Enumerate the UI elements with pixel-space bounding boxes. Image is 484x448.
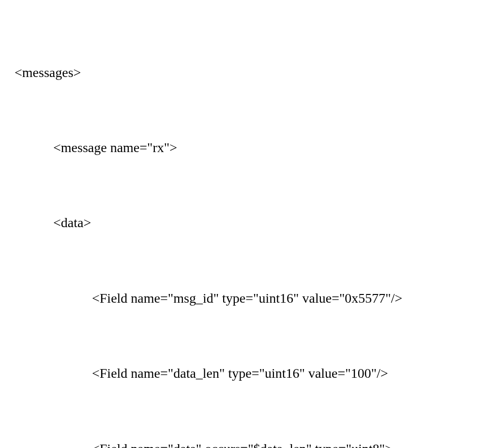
code-line: <Field name="data" occurs="$data_len" ty… <box>15 436 469 448</box>
code-line: <message name="rx"> <box>15 135 469 160</box>
xml-code-block: <messages> <message name="rx"> <data> <F… <box>15 10 469 448</box>
code-line: <Field name="data_len" type="uint16" val… <box>15 361 469 386</box>
code-line: <data> <box>15 210 469 235</box>
code-line: <Field name="msg_id" type="uint16" value… <box>15 286 469 311</box>
code-line: <messages> <box>15 60 469 85</box>
